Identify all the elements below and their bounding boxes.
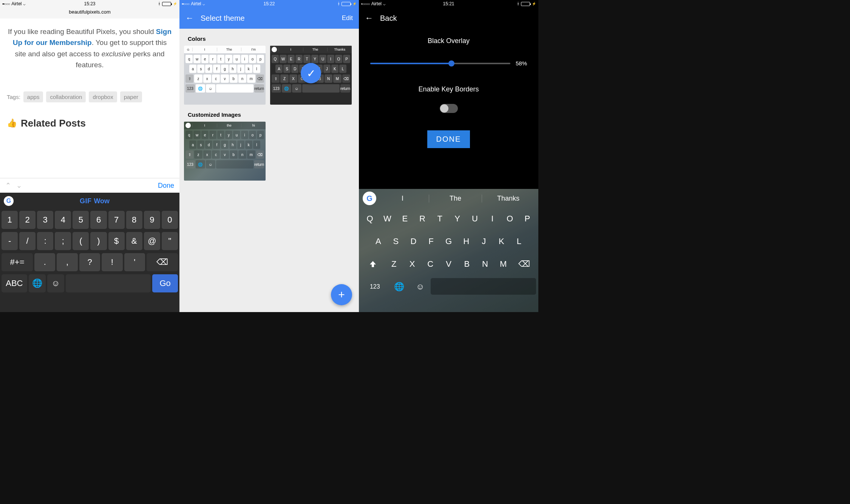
numeric-key[interactable]: 123	[361, 278, 389, 295]
key[interactable]: 6	[90, 211, 107, 229]
emoji-key[interactable]: ☺	[410, 278, 431, 295]
key[interactable]: 5	[73, 211, 89, 229]
key[interactable]: 3	[37, 211, 53, 229]
key[interactable]: A	[369, 233, 387, 250]
globe-key[interactable]: 🌐	[389, 278, 410, 295]
key[interactable]: ?	[79, 253, 100, 271]
key[interactable]: :	[37, 232, 53, 250]
key[interactable]: '	[124, 253, 145, 271]
key[interactable]: "	[162, 232, 178, 250]
key[interactable]: F	[422, 233, 440, 250]
key[interactable]: D	[405, 233, 422, 250]
back-label[interactable]: Back	[380, 14, 397, 23]
carrier: Airtel	[191, 1, 201, 6]
backspace-key[interactable]: ⌫	[512, 255, 536, 273]
key[interactable]: Q	[361, 210, 379, 227]
bluetooth-icon: ᚼ	[337, 1, 340, 6]
suggestion[interactable]: The	[429, 195, 482, 203]
key[interactable]: 2	[19, 211, 36, 229]
key[interactable]: ,	[57, 253, 77, 271]
suggestion[interactable]: GIFWow	[14, 197, 176, 205]
tag[interactable]: apps	[23, 91, 43, 102]
bluetooth-icon: ᚼ	[158, 1, 161, 6]
key[interactable]: 8	[126, 211, 142, 229]
key[interactable]: U	[466, 210, 484, 227]
key[interactable]: 4	[55, 211, 71, 229]
key[interactable]: I	[484, 210, 501, 227]
tag[interactable]: collaboration	[46, 91, 86, 102]
key[interactable]: R	[414, 210, 431, 227]
key[interactable]: 1	[2, 211, 18, 229]
status-time: 15:23	[60, 1, 119, 6]
key[interactable]: &	[126, 232, 142, 250]
key[interactable]: 9	[144, 211, 160, 229]
key[interactable]: T	[431, 210, 448, 227]
key[interactable]: !	[102, 253, 122, 271]
key[interactable]: 0	[162, 211, 178, 229]
key[interactable]: M	[494, 255, 512, 273]
key[interactable]: $	[108, 232, 125, 250]
status-bar: ••○○○Airtel⌵ 15:23 ᚼ⚡	[0, 0, 179, 8]
key[interactable]: /	[19, 232, 36, 250]
theme-light[interactable]: GITheI'm qwertyuiopasdfghjkl⇧zxcvbnm⌫123…	[184, 46, 266, 105]
key[interactable]: 7	[108, 211, 125, 229]
emoji-key[interactable]: ☺	[47, 274, 64, 292]
tag[interactable]: paper	[120, 91, 142, 102]
space-key[interactable]	[66, 274, 151, 292]
borders-toggle[interactable]	[440, 104, 458, 113]
abc-key[interactable]: ABC	[2, 274, 27, 292]
key[interactable]: )	[90, 232, 107, 250]
symbols-key[interactable]: #+=	[2, 253, 33, 271]
theme-dark[interactable]: ✓ GITheThanks QWERTYUIOPASDFGHJKL⇧ZXCVBN…	[270, 46, 352, 105]
key[interactable]: J	[475, 233, 493, 250]
key[interactable]: @	[144, 232, 160, 250]
key[interactable]: V	[439, 255, 457, 273]
suggestion[interactable]: I	[376, 195, 429, 203]
go-key[interactable]: Go	[152, 274, 178, 292]
key[interactable]: E	[396, 210, 414, 227]
status-time: 15:22	[240, 1, 298, 6]
key[interactable]: W	[379, 210, 396, 227]
done-button[interactable]: DONE	[427, 130, 470, 148]
key[interactable]: Y	[448, 210, 466, 227]
key[interactable]: N	[476, 255, 494, 273]
status-bar: ••○○○Airtel⌵ 15:22 ᚼ⚡	[179, 0, 359, 8]
key[interactable]: P	[519, 210, 536, 227]
next-field-icon[interactable]: ⌄	[16, 181, 22, 190]
key[interactable]: H	[457, 233, 475, 250]
key[interactable]: (	[73, 232, 89, 250]
key[interactable]: S	[387, 233, 405, 250]
done-button[interactable]: Done	[158, 182, 174, 190]
key[interactable]: G	[440, 233, 457, 250]
key[interactable]: L	[510, 233, 528, 250]
tag[interactable]: dropbox	[89, 91, 117, 102]
wifi-icon: ⌵	[383, 2, 386, 6]
add-theme-button[interactable]: +	[331, 284, 352, 305]
theme-custom-image[interactable]: GIthehi qwertyuiopasdfghjkl⇧zxcvbnm⌫123🌐…	[184, 122, 266, 181]
header: ← Back	[359, 8, 538, 29]
back-icon[interactable]: ←	[185, 13, 194, 23]
overlay-slider[interactable]	[370, 63, 510, 64]
key[interactable]: X	[403, 255, 421, 273]
key[interactable]: -	[2, 232, 18, 250]
google-icon[interactable]: G	[4, 196, 14, 206]
key[interactable]: ;	[55, 232, 71, 250]
globe-key[interactable]: 🌐	[29, 274, 46, 292]
google-icon: G	[272, 47, 277, 52]
key[interactable]: B	[458, 255, 476, 273]
url-bar[interactable]: beautifulpixels.com	[0, 8, 179, 19]
key[interactable]: K	[493, 233, 510, 250]
back-icon[interactable]: ←	[365, 13, 373, 23]
edit-button[interactable]: Edit	[342, 14, 353, 22]
shift-key[interactable]	[361, 255, 385, 273]
key[interactable]: Z	[385, 255, 403, 273]
key[interactable]: C	[421, 255, 439, 273]
space-key[interactable]	[431, 278, 536, 295]
key[interactable]: O	[501, 210, 518, 227]
key[interactable]: .	[34, 253, 55, 271]
borders-label: Enable Key Borders	[370, 85, 527, 93]
suggestion[interactable]: Thanks	[482, 195, 535, 203]
google-icon[interactable]: G	[363, 192, 376, 205]
backspace-key[interactable]: ⌫	[147, 253, 178, 271]
prev-field-icon[interactable]: ⌃	[5, 181, 11, 190]
